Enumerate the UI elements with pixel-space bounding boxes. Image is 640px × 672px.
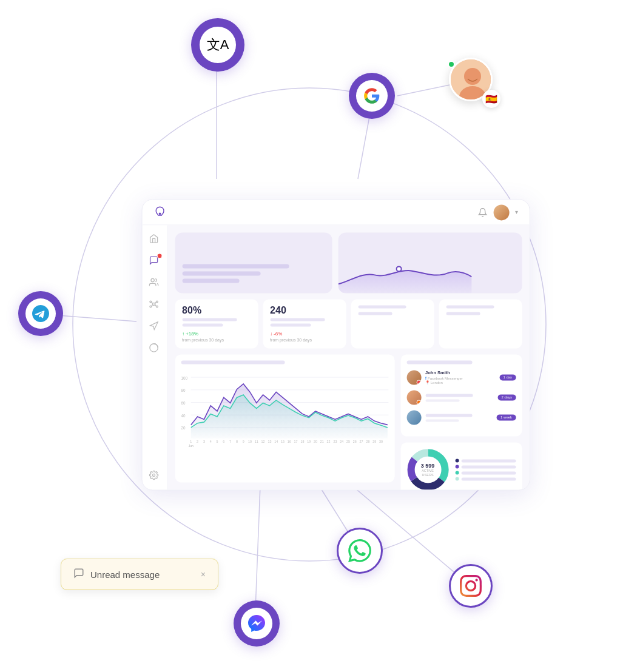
svg-line-18 (152, 304, 153, 306)
svg-text:20: 20 (181, 426, 186, 431)
legend-bar-1 (461, 459, 516, 462)
stat-sub-3 (358, 305, 406, 308)
stat-sub2-3 (358, 312, 392, 315)
svg-text:2: 2 (197, 440, 198, 443)
conv-location-1: 📍 London (425, 380, 495, 385)
svg-text:80: 80 (181, 388, 186, 392)
whatsapp-node[interactable] (337, 528, 383, 574)
svg-text:27: 27 (359, 440, 363, 443)
svg-text:5: 5 (216, 440, 218, 443)
svg-text:17: 17 (294, 440, 297, 443)
svg-point-22 (397, 266, 402, 271)
bottom-row: 100 80 60 40 20 (175, 354, 522, 482)
conv-info-1: John Smith f Facebook Messenger 📍 London (425, 370, 495, 385)
svg-text:19: 19 (307, 440, 311, 443)
sidebar-item-analytics[interactable] (149, 343, 160, 354)
sidebar-item-settings[interactable] (149, 470, 160, 481)
stat-sub2-1 (182, 323, 223, 326)
sidebar-item-announcements[interactable] (149, 321, 160, 332)
conv-name-1: John Smith (425, 370, 495, 375)
donut-value: 3 599 (417, 463, 439, 469)
svg-text:22: 22 (326, 440, 330, 443)
svg-text:20: 20 (314, 440, 317, 443)
svg-text:16: 16 (287, 440, 291, 443)
conv-avatar-2 (406, 390, 421, 405)
line-chart: 100 80 60 40 20 (181, 369, 388, 448)
svg-text:24: 24 (340, 440, 343, 443)
chart-title-bar (181, 360, 285, 364)
legend-dot-2 (455, 465, 459, 468)
svg-text:100: 100 (181, 376, 187, 380)
conv-badge-2: 2 days (497, 394, 516, 400)
whatsapp-icon (348, 539, 371, 562)
stat-change-1: ↑+18% (182, 331, 251, 337)
messenger-node[interactable] (234, 600, 280, 647)
messenger-icon (241, 608, 272, 639)
conv-status-dot-1 (416, 380, 421, 385)
stat-card-3 (351, 299, 434, 348)
sidebar-item-messages[interactable] (149, 255, 160, 266)
conv-avatar-3 (406, 410, 421, 425)
instagram-node[interactable] (449, 564, 493, 608)
google-node[interactable] (349, 73, 395, 119)
toast-icon (73, 568, 84, 581)
conv-header-bar (406, 360, 472, 364)
conv-item-1[interactable]: John Smith f Facebook Messenger 📍 London (406, 370, 516, 385)
svg-point-13 (157, 301, 158, 303)
conv-source-1: f Facebook Messenger (425, 376, 495, 380)
stats-row: 80% ↑+18% from previous 30 days 240 (175, 299, 522, 348)
dashboard-body: 80% ↑+18% from previous 30 days 240 (142, 225, 529, 489)
conv-badge-1: 1 day (499, 374, 516, 380)
google-icon (356, 80, 388, 112)
stat-value-1: 80% (182, 305, 251, 316)
telegram-node[interactable] (18, 291, 63, 336)
conv-info-3 (425, 414, 493, 422)
instagram-icon (460, 575, 482, 597)
svg-text:1: 1 (190, 440, 192, 443)
user-avatar[interactable] (493, 204, 509, 220)
legend-item-3 (455, 471, 516, 474)
conv-status-dot-2 (416, 400, 421, 405)
conv-item-2[interactable]: 2 days (406, 390, 516, 405)
stat-sub-1 (182, 318, 237, 321)
stat-sub2-2 (270, 323, 311, 326)
stat-sub2-4 (446, 312, 480, 315)
stat-value-2: 240 (270, 305, 339, 316)
svg-text:4: 4 (209, 440, 211, 443)
svg-line-16 (152, 301, 153, 303)
telegram-icon (25, 298, 56, 329)
svg-line-17 (155, 301, 157, 303)
svg-point-21 (153, 474, 155, 476)
svg-point-70 (464, 68, 481, 85)
main-content: 80% ↑+18% from previous 30 days 240 (167, 225, 529, 489)
dashboard-card: ▾ (141, 199, 530, 490)
svg-text:28: 28 (366, 440, 369, 443)
card-left (175, 232, 332, 293)
svg-text:25: 25 (346, 440, 350, 443)
sidebar-item-integrations[interactable] (149, 299, 160, 310)
legend-dot-1 (455, 459, 459, 462)
svg-text:10: 10 (248, 440, 252, 443)
conv-item-3[interactable]: 1 week (406, 410, 516, 425)
legend-bar-3 (461, 471, 516, 474)
conv-name-placeholder-2 (425, 394, 473, 397)
placeholder-line (182, 271, 260, 275)
right-panel: John Smith f Facebook Messenger 📍 London (400, 354, 522, 482)
user-online-dot (448, 61, 455, 68)
translate-node[interactable]: 文A (191, 18, 244, 72)
svg-text:18: 18 (300, 440, 304, 443)
sidebar-item-home[interactable] (149, 234, 160, 244)
sidebar-item-contacts[interactable] (149, 277, 160, 288)
svg-point-12 (150, 301, 152, 303)
legend-bar-4 (461, 477, 516, 480)
svg-text:29: 29 (372, 440, 376, 443)
conv-source-placeholder-3 (425, 419, 459, 422)
bell-icon[interactable] (477, 207, 487, 217)
toast-close-button[interactable]: × (201, 570, 206, 579)
conv-avatar-1 (406, 370, 421, 385)
stat-sub-2 (270, 318, 325, 321)
legend-bar-2 (461, 465, 516, 468)
header-right: ▾ (477, 204, 518, 220)
card-right (339, 232, 522, 293)
svg-text:40: 40 (181, 414, 186, 418)
